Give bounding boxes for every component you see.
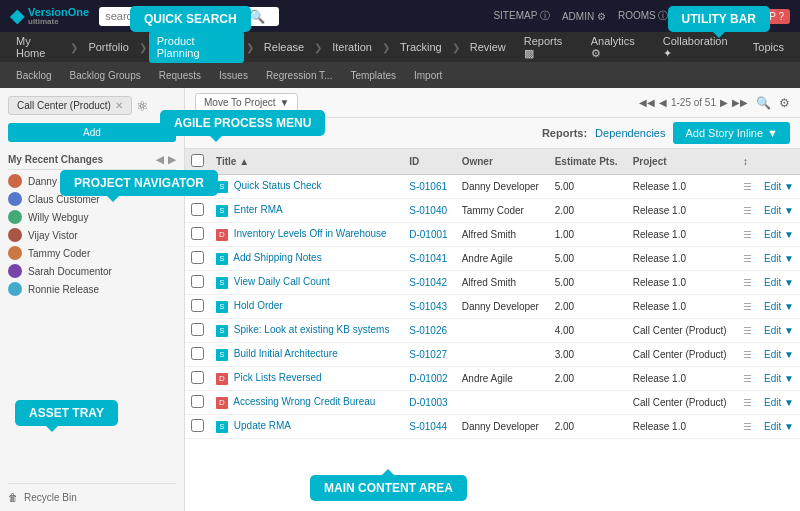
subnav-issues[interactable]: Issues — [211, 67, 256, 84]
user-item-claus[interactable]: Claus Customer — [8, 192, 176, 206]
prev-page-icon[interactable]: ◀◀ — [639, 97, 655, 108]
row-checkbox-4[interactable] — [191, 275, 204, 288]
row-check-0[interactable] — [185, 175, 210, 199]
story-link-7[interactable]: Build Initial Architecture — [234, 348, 338, 359]
row-drag-9[interactable]: ☰ — [737, 391, 758, 415]
arrow-left[interactable]: ◀ — [156, 154, 164, 165]
add-story-button[interactable]: Add Story Inline ▼ — [673, 122, 790, 144]
row-check-5[interactable] — [185, 295, 210, 319]
story-link-4[interactable]: View Daily Call Count — [234, 276, 330, 287]
row-checkbox-10[interactable] — [191, 419, 204, 432]
story-link-8[interactable]: Pick Lists Reversed — [234, 372, 322, 383]
row-check-10[interactable] — [185, 415, 210, 439]
nav-iteration[interactable]: Iteration — [324, 37, 380, 57]
subnav-requests[interactable]: Requests — [151, 67, 209, 84]
settings-icon[interactable]: ⚙ — [779, 96, 790, 110]
filter-icon[interactable]: 🔍 — [756, 96, 771, 110]
settings-icon-btn[interactable]: ⚛ — [136, 98, 149, 114]
story-link-3[interactable]: Add Shipping Notes — [233, 252, 321, 263]
add-button[interactable]: Add — [8, 123, 176, 142]
row-edit-10[interactable]: Edit ▼ — [758, 415, 800, 439]
row-drag-2[interactable]: ☰ — [737, 223, 758, 247]
row-checkbox-1[interactable] — [191, 203, 204, 216]
row-edit-9[interactable]: Edit ▼ — [758, 391, 800, 415]
row-check-3[interactable] — [185, 247, 210, 271]
row-drag-5[interactable]: ☰ — [737, 295, 758, 319]
story-link-10[interactable]: Update RMA — [234, 420, 291, 431]
nav-product-planning[interactable]: Product Planning — [149, 31, 244, 63]
row-check-1[interactable] — [185, 199, 210, 223]
call-center-button[interactable]: Call Center (Product) ✕ — [8, 96, 132, 115]
move-to-project-button[interactable]: Move To Project ▼ — [195, 93, 298, 112]
user-item-vijay[interactable]: Vijay Vistor — [8, 228, 176, 242]
row-check-4[interactable] — [185, 271, 210, 295]
next-page-icon[interactable]: ▶▶ — [732, 97, 748, 108]
story-link-0[interactable]: Quick Status Check — [234, 180, 322, 191]
nav-myhome[interactable]: My Home — [8, 31, 68, 63]
row-checkbox-0[interactable] — [191, 179, 204, 192]
row-checkbox-8[interactable] — [191, 371, 204, 384]
row-edit-6[interactable]: Edit ▼ — [758, 319, 800, 343]
row-drag-4[interactable]: ☰ — [737, 271, 758, 295]
user-item-danny[interactable]: Danny Developer — [8, 174, 176, 188]
row-edit-4[interactable]: Edit ▼ — [758, 271, 800, 295]
user-item-tammy[interactable]: Tammy Coder — [8, 246, 176, 260]
row-drag-1[interactable]: ☰ — [737, 199, 758, 223]
col-owner[interactable]: Owner — [456, 149, 549, 175]
rooms-link[interactable]: ROOMS ⓘ — [618, 9, 669, 23]
search-input[interactable] — [105, 10, 245, 22]
story-link-1[interactable]: Enter RMA — [234, 204, 283, 215]
nav-reports[interactable]: Reports ▩ — [516, 31, 579, 64]
subnav-backlog-groups[interactable]: Backlog Groups — [62, 67, 149, 84]
row-checkbox-7[interactable] — [191, 347, 204, 360]
story-link-2[interactable]: Inventory Levels Off in Warehouse — [234, 228, 387, 239]
nav-collaboration[interactable]: Collaboration ✦ — [655, 31, 741, 64]
nav-review[interactable]: Review — [462, 37, 514, 57]
nav-analytics[interactable]: Analytics ⚙ — [583, 31, 651, 64]
nav-tracking[interactable]: Tracking — [392, 37, 450, 57]
row-check-2[interactable] — [185, 223, 210, 247]
row-drag-3[interactable]: ☰ — [737, 247, 758, 271]
next-icon[interactable]: ▶ — [720, 97, 728, 108]
nav-release[interactable]: Release — [256, 37, 312, 57]
select-all-checkbox[interactable] — [191, 154, 204, 167]
row-check-7[interactable] — [185, 343, 210, 367]
row-edit-8[interactable]: Edit ▼ — [758, 367, 800, 391]
story-link-5[interactable]: Hold Order — [234, 300, 283, 311]
row-checkbox-5[interactable] — [191, 299, 204, 312]
row-checkbox-2[interactable] — [191, 227, 204, 240]
dependencies-link[interactable]: Dependencies — [595, 127, 665, 139]
nav-topics[interactable]: Topics — [745, 37, 792, 57]
subnav-regression[interactable]: Regression T... — [258, 67, 341, 84]
row-check-9[interactable] — [185, 391, 210, 415]
row-checkbox-3[interactable] — [191, 251, 204, 264]
subnav-import[interactable]: Import — [406, 67, 450, 84]
help-link[interactable]: HELP ? — [744, 9, 790, 24]
admin-avatar[interactable]: ADMIN — [680, 8, 731, 24]
nav-portfolio[interactable]: Portfolio — [80, 37, 136, 57]
subnav-backlog[interactable]: Backlog — [8, 67, 60, 84]
sitemap-link[interactable]: SITEMAP ⓘ — [493, 9, 550, 23]
row-edit-2[interactable]: Edit ▼ — [758, 223, 800, 247]
row-edit-0[interactable]: Edit ▼ — [758, 175, 800, 199]
row-edit-5[interactable]: Edit ▼ — [758, 295, 800, 319]
row-checkbox-9[interactable] — [191, 395, 204, 408]
col-estimate[interactable]: Estimate Pts. — [549, 149, 627, 175]
user-item-willy[interactable]: Willy Webguy — [8, 210, 176, 224]
user-item-ronnie[interactable]: Ronnie Release — [8, 282, 176, 296]
row-drag-10[interactable]: ☰ — [737, 415, 758, 439]
admin-link[interactable]: ADMIN ⚙ — [562, 11, 606, 22]
col-id[interactable]: ID — [403, 149, 455, 175]
row-drag-6[interactable]: ☰ — [737, 319, 758, 343]
story-link-9[interactable]: Accessing Wrong Credit Bureau — [233, 396, 375, 407]
col-project[interactable]: Project — [627, 149, 737, 175]
row-checkbox-6[interactable] — [191, 323, 204, 336]
row-check-6[interactable] — [185, 319, 210, 343]
prev-icon[interactable]: ◀ — [659, 97, 667, 108]
arrow-right[interactable]: ▶ — [168, 154, 176, 165]
recycle-bin[interactable]: 🗑 Recycle Bin — [8, 483, 176, 503]
story-link-6[interactable]: Spike: Look at existing KB systems — [234, 324, 390, 335]
row-edit-1[interactable]: Edit ▼ — [758, 199, 800, 223]
row-check-8[interactable] — [185, 367, 210, 391]
row-drag-7[interactable]: ☰ — [737, 343, 758, 367]
